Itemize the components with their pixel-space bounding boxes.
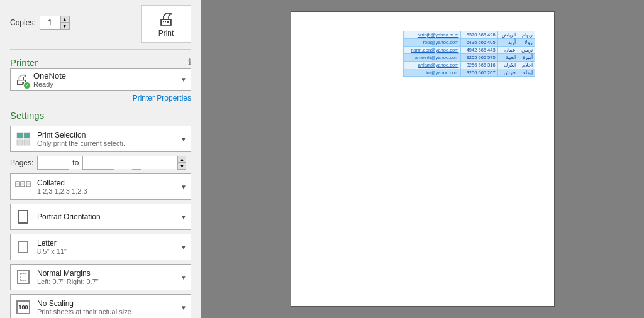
copies-spinner: ▲ ▼ [60, 16, 69, 30]
info-icon[interactable]: ℹ [188, 57, 191, 67]
svg-rect-6 [26, 182, 30, 187]
scaling-text: No Scaling Print sheets at their actual … [37, 299, 178, 315]
settings-title: Settings [10, 110, 191, 121]
print-selection-arrow: ▼ [180, 136, 187, 143]
pages-to-up[interactable]: ▲ [177, 156, 186, 163]
table-row: أميرةالعينة575 666 9255ameerh@yahoo.com [404, 54, 535, 62]
table-cell: 207 666 3256 [461, 69, 497, 77]
preview-table-container: ريهامالرياض428 666 5370orrihjh@yahoo.m.m… [403, 31, 535, 77]
orientation-icon [14, 208, 32, 226]
pages-from-wrap[interactable]: ▲ ▼ [37, 156, 69, 170]
copies-input[interactable] [40, 16, 60, 29]
printer-select-row[interactable]: 🖨 ✓ OneNote Ready ▼ [10, 68, 191, 91]
printer-info: OneNote Ready [33, 71, 180, 88]
table-cell: 575 666 9255 [461, 54, 497, 62]
preview-table: ريهامالرياض428 666 5370orrihjh@yahoo.m.m… [403, 31, 535, 77]
table-row: نرمينعمان443 666 4942narm.een@yahoo.com [404, 47, 535, 54]
margins-setting[interactable]: Normal Margins Left: 0.7" Right: 0.7" ▼ [10, 264, 191, 290]
print-selection-text: Print Selection Only print the current s… [37, 131, 178, 147]
orientation-title: Portrait Orientation [37, 212, 178, 221]
paper-size-title: Letter [37, 239, 178, 248]
table-cell: نرمين [518, 47, 535, 54]
print-selection-title: Print Selection [37, 131, 178, 140]
scaling-shape: 100 [16, 300, 30, 314]
svg-rect-0 [17, 133, 23, 138]
table-cell: أميرة [518, 54, 535, 62]
table-cell: 316 666 3256 [461, 62, 497, 69]
table-cell: rola@yahoo.com [404, 39, 461, 47]
left-panel: Copies: ▲ ▼ 🖨 Print Printer ℹ 🖨 [0, 0, 201, 318]
print-selection-setting[interactable]: Print Selection Only print the current s… [10, 126, 191, 152]
printer-section-header: Printer ℹ [10, 57, 191, 68]
svg-rect-3 [24, 140, 30, 145]
table-cell: رولا [518, 39, 535, 47]
table-row: أحلامالكرك316 666 3256ahlam@yahoo.com [404, 62, 535, 69]
orientation-text: Portrait Orientation [37, 212, 178, 221]
margins-title: Normal Margins [37, 269, 178, 278]
copies-input-wrap[interactable]: ▲ ▼ [40, 16, 70, 30]
pages-to-wrap[interactable]: ▲ ▼ [82, 156, 114, 170]
table-cell: الرياض [497, 31, 518, 39]
table-cell: عمان [497, 47, 518, 54]
table-cell: ahlam@yahoo.com [404, 62, 461, 69]
printer-status-badge: ✓ [23, 82, 31, 89]
printer-icon: 🖨 [157, 10, 175, 28]
scaling-subtitle: Print sheets at their actual size [37, 308, 178, 315]
printer-icon-wrap: 🖨 ✓ [14, 72, 28, 88]
print-area: Copies: ▲ ▼ 🖨 Print [10, 0, 191, 50]
svg-rect-5 [21, 182, 25, 187]
orientation-arrow: ▼ [180, 214, 187, 221]
table-cell: جرش [497, 69, 518, 77]
right-panel: لوحة المعاينة ريهامالرياض428 666 5370orr… [201, 0, 644, 318]
pages-to-input[interactable] [83, 156, 177, 169]
paper-size-icon [14, 238, 32, 256]
paper-size-setting[interactable]: Letter 8.5" x 11" ▼ [10, 234, 191, 260]
printer-properties-link[interactable]: Printer Properties [10, 94, 191, 102]
scaling-title: No Scaling [37, 299, 178, 308]
collated-arrow: ▼ [180, 184, 187, 190]
table-cell: ameerh@yahoo.com [404, 54, 461, 62]
table-cell: أحلام [518, 62, 535, 69]
copies-row: Copies: ▲ ▼ [10, 16, 136, 30]
table-cell: 428 666 5370 [461, 31, 497, 39]
scaling-arrow: ▼ [180, 304, 187, 311]
print-button[interactable]: 🖨 Print [141, 5, 191, 43]
copies-label: Copies: [10, 18, 36, 27]
svg-rect-2 [17, 140, 23, 145]
collated-title: Collated [37, 178, 178, 187]
table-cell: 405 666 6435 [461, 39, 497, 47]
paper-size-arrow: ▼ [180, 244, 187, 251]
copies-down-button[interactable]: ▼ [60, 23, 69, 30]
table-cell: ريهام [518, 31, 535, 39]
table-cell: الكرك [497, 62, 518, 69]
table-cell: narm.een@yahoo.com [404, 47, 461, 54]
pages-to-down[interactable]: ▼ [177, 163, 186, 170]
letter-shape [18, 241, 28, 253]
copies-up-button[interactable]: ▲ [60, 16, 69, 23]
orientation-setting[interactable]: Portrait Orientation ▼ [10, 204, 191, 230]
collated-setting[interactable]: Collated 1,2,3 1,2,3 1,2,3 ▼ [10, 173, 191, 200]
settings-section: Settings Print Selection Only print the … [10, 110, 191, 318]
pages-row: Pages: ▲ ▼ to ▲ ▼ [10, 156, 191, 170]
table-row: إيماءجرش207 666 3256rim@yahoo.com [404, 69, 535, 77]
margins-text: Normal Margins Left: 0.7" Right: 0.7" [37, 269, 178, 285]
collated-icon [14, 178, 32, 195]
portrait-shape [18, 210, 28, 224]
status-check-icon: ✓ [25, 83, 30, 88]
scaling-setting[interactable]: 100 No Scaling Print sheets at their act… [10, 294, 191, 318]
table-cell: أريد [497, 39, 518, 47]
print-label: Print [158, 29, 174, 38]
pages-to-spinner: ▲ ▼ [177, 156, 186, 170]
margins-subtitle: Left: 0.7" Right: 0.7" [37, 278, 178, 285]
svg-rect-4 [16, 182, 19, 187]
print-selection-icon [14, 130, 32, 148]
printer-dropdown-arrow: ▼ [180, 76, 187, 83]
paper-size-text: Letter 8.5" x 11" [37, 239, 178, 255]
table-cell: إيماء [518, 69, 535, 77]
pages-label: Pages: [10, 158, 33, 167]
printer-title: Printer [10, 57, 38, 68]
print-selection-subtitle: Only print the current selecti... [37, 140, 178, 147]
table-cell: 443 666 4942 [461, 47, 497, 54]
margins-shape [17, 270, 30, 284]
collated-text: Collated 1,2,3 1,2,3 1,2,3 [37, 178, 178, 195]
